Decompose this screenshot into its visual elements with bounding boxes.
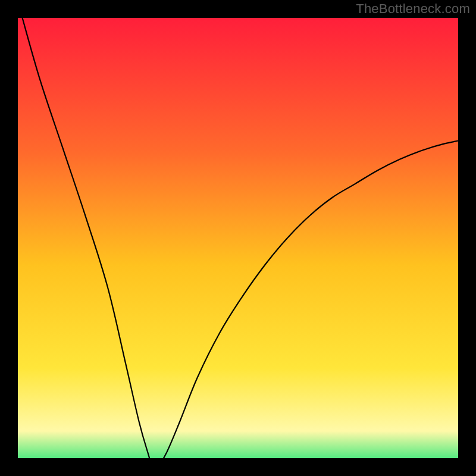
plot-background [18, 18, 467, 467]
bottleneck-chart [0, 0, 476, 476]
watermark-text: TheBottleneck.com [356, 1, 470, 17]
